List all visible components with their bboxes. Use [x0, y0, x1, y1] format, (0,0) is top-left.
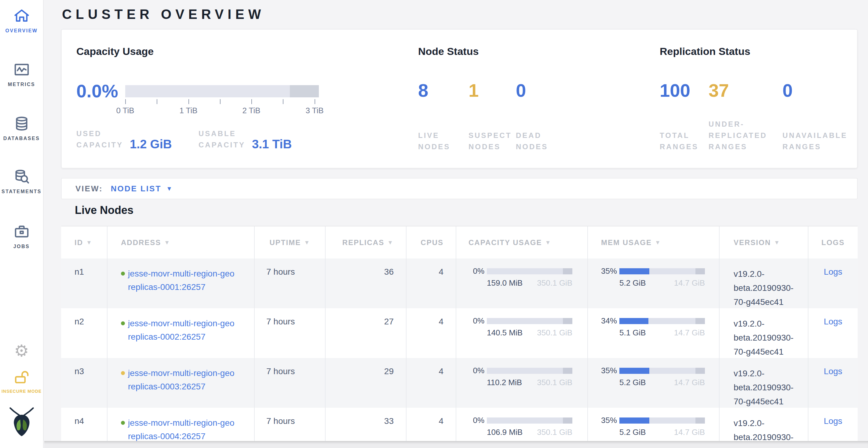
node-mem-usage-cell: 35% 5.2 GiB 14.7 GiB [588, 259, 719, 308]
node-address-cell: jesse-movr-multi-region-geo replicas-000… [107, 358, 255, 408]
node-capacity-usage-cell: 0% 106.9 MiB 350.1 GiB [456, 408, 588, 441]
node-replicas-cell: 29 [326, 358, 406, 408]
node-id-cell: n2 [61, 308, 107, 358]
dead-nodes-stat: 0 DEAD NODES [516, 81, 571, 152]
node-logs-cell: Logs [808, 408, 858, 441]
node-uptime-cell: 7 hours [255, 408, 326, 441]
node-status-dot [121, 421, 125, 425]
view-selector[interactable]: NODE LIST ▼ [111, 184, 172, 194]
node-mem-usage-cell: 35% 5.2 GiB 14.7 GiB [588, 408, 719, 441]
under-replicated-ranges-stat: 37 UNDER- REPLICATED RANGES [709, 81, 782, 152]
node-status-dot [121, 371, 125, 375]
sidebar-item-jobs[interactable]: JOBS [0, 223, 43, 249]
node-version-cell: v19.2.0-beta.20190930-70-g445ec41 [719, 308, 808, 358]
capacity-usage-bar [487, 268, 572, 274]
node-address-cell: jesse-movr-multi-region-geo replicas-000… [107, 259, 255, 308]
column-header-replicas[interactable]: REPLICAS▼ [326, 227, 406, 259]
node-address-link[interactable]: replicas-0003:26257 [128, 382, 206, 391]
capacity-usage-bar [487, 417, 572, 423]
node-replicas-cell: 27 [326, 308, 406, 358]
dead-nodes-label: DEAD NODES [516, 130, 571, 152]
total-ranges-stat: 100 TOTAL RANGES [660, 81, 709, 152]
sidebar-item-label: METRICS [0, 82, 43, 87]
used-capacity-value: 1.2 GiB [130, 137, 172, 151]
column-header-capacity-usage[interactable]: CAPACITY USAGE▼ [456, 227, 588, 259]
table-row: n1 jesse-movr-multi-region-geo replicas-… [61, 259, 858, 308]
insecure-mode-indicator: INSECURE MODE [0, 369, 43, 394]
logs-link[interactable]: Logs [824, 416, 842, 426]
node-address-cell: jesse-movr-multi-region-geo replicas-000… [107, 308, 255, 358]
logs-link[interactable]: Logs [824, 367, 842, 376]
sort-desc-icon: ▼ [164, 239, 170, 246]
node-id-cell: n1 [61, 259, 107, 308]
sort-desc-icon: ▼ [655, 239, 661, 246]
suspect-nodes-stat: 1 SUSPECT NODES [468, 81, 516, 152]
node-mem-usage-cell: 34% 5.1 GiB 14.7 GiB [588, 308, 719, 358]
view-bar: VIEW: NODE LIST ▼ [61, 178, 858, 199]
unavailable-ranges-value: 0 [782, 81, 850, 100]
sidebar-item-databases[interactable]: DATABASES [0, 115, 43, 141]
mem-usage-bar [619, 268, 705, 274]
column-header-cpus[interactable]: CPUS [406, 227, 456, 259]
sidebar-item-label: STATEMENTS [0, 189, 43, 195]
usable-capacity-stat: USABLE CAPACITY 3.1 TiB [198, 128, 292, 150]
column-header-version[interactable]: VERSION▼ [719, 227, 808, 259]
sort-desc-icon: ▼ [304, 239, 310, 246]
capacity-axis-labels: 0 TiB 1 TiB 2 TiB 3 TiB [125, 106, 319, 115]
capacity-axis-ticks [125, 99, 319, 105]
node-cpus-cell: 4 [406, 408, 456, 441]
node-address-link[interactable]: jesse-movr-multi-region-geo [128, 418, 235, 427]
chevron-down-icon: ▼ [166, 185, 172, 192]
sidebar-item-label: DATABASES [0, 136, 43, 141]
node-address-link[interactable]: replicas-0002:26257 [128, 332, 206, 342]
live-nodes-title: Live Nodes [75, 204, 133, 217]
column-header-id[interactable]: ID▼ [61, 227, 107, 259]
under-replicated-ranges-value: 37 [709, 81, 782, 100]
used-capacity-stat: USED CAPACITY 1.2 GiB [76, 128, 172, 150]
node-address-link[interactable]: jesse-movr-multi-region-geo [128, 319, 235, 328]
node-address-link[interactable]: jesse-movr-multi-region-geo [128, 269, 235, 278]
mem-usage-bar [619, 417, 705, 423]
capacity-usage-bar [487, 368, 572, 374]
sidebar-item-metrics[interactable]: METRICS [0, 61, 43, 87]
page-title: CLUSTER OVERVIEW [62, 7, 265, 22]
live-nodes-stat: 8 LIVE NODES [418, 81, 468, 152]
column-header-address[interactable]: ADDRESS▼ [107, 227, 255, 259]
sidebar-item-statements[interactable]: STATEMENTS [0, 168, 43, 195]
under-replicated-ranges-label: UNDER- REPLICATED RANGES [709, 118, 782, 152]
logs-link[interactable]: Logs [824, 317, 842, 326]
node-address-link[interactable]: replicas-0004:26257 [128, 432, 206, 441]
cluster-summary-card: Capacity Usage 0.0% 0 TiB 1 TiB 2 TiB 3 … [61, 29, 858, 168]
mem-usage-bar [619, 318, 705, 324]
replication-status-title: Replication Status [660, 45, 750, 57]
sidebar-item-overview[interactable]: OVERVIEW [0, 7, 43, 34]
databases-icon [0, 115, 43, 133]
logs-link[interactable]: Logs [824, 267, 842, 276]
node-address-link[interactable]: jesse-movr-multi-region-geo [128, 368, 235, 378]
capacity-reserved-segment [290, 85, 319, 97]
cluster-overview-page: OVERVIEW METRICS DATABASES [0, 0, 868, 448]
node-version-cell: v19.2.0-beta.20190930-70-g445ec41 [719, 408, 808, 441]
column-header-uptime[interactable]: UPTIME▼ [255, 227, 326, 259]
settings-button[interactable]: ⚙ [0, 342, 43, 359]
statements-icon [0, 168, 43, 186]
view-selected-value: NODE LIST [111, 184, 161, 194]
node-address-link[interactable]: replicas-0001:26257 [128, 282, 206, 292]
sort-desc-icon: ▼ [774, 239, 780, 246]
column-header-mem-usage[interactable]: MEM USAGE▼ [588, 227, 719, 259]
suspect-nodes-label: SUSPECT NODES [468, 130, 516, 152]
capacity-usage-bar: 0 TiB 1 TiB 2 TiB 3 TiB [125, 85, 319, 115]
sidebar-item-label: OVERVIEW [0, 28, 43, 34]
table-row: n4 jesse-movr-multi-region-geo replicas-… [61, 408, 858, 441]
live-nodes-value: 8 [418, 81, 468, 100]
cockroachdb-logo[interactable] [0, 406, 43, 440]
node-address-cell: jesse-movr-multi-region-geo replicas-000… [107, 408, 255, 441]
node-cpus-cell: 4 [406, 259, 456, 308]
capacity-usage-title: Capacity Usage [76, 45, 154, 57]
node-cpus-cell: 4 [406, 358, 456, 408]
node-id-cell: n4 [61, 408, 107, 441]
view-label: VIEW: [75, 184, 103, 194]
table-row: n3 jesse-movr-multi-region-geo replicas-… [61, 358, 858, 408]
node-capacity-usage-cell: 0% 140.5 MiB 350.1 GiB [456, 308, 588, 358]
live-nodes-table: ID▼ ADDRESS▼ UPTIME▼ REPLICAS▼ CPUS CAPA… [61, 226, 858, 441]
